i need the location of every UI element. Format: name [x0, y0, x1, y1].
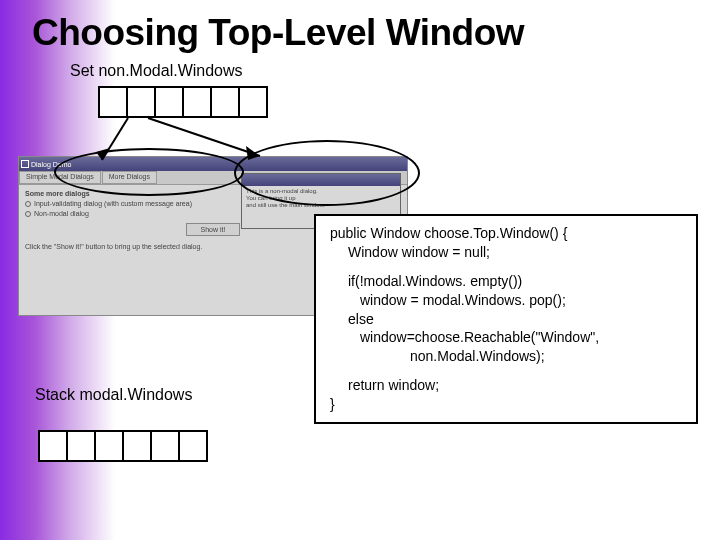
set-label: Set non.Modal.Windows [70, 62, 243, 80]
code-line: else [330, 310, 686, 329]
stack-cell [94, 430, 124, 462]
code-line: window = modal.Windows. pop(); [330, 291, 686, 310]
stack-cell [66, 430, 96, 462]
radio-icon [25, 201, 31, 207]
code-line: Window window = null; [330, 243, 686, 262]
radio-label-1: Input-validating dialog (with custom mes… [34, 199, 192, 208]
stack-label: Stack modal.Windows [35, 386, 192, 404]
code-line: return window; [330, 376, 686, 395]
stack-cell [150, 430, 180, 462]
code-line: if(!modal.Windows. empty()) [330, 272, 686, 291]
code-line: } [330, 395, 686, 414]
stack-boxes [38, 430, 208, 462]
slide-title: Choosing Top-Level Window [32, 12, 524, 54]
stack-cell [122, 430, 152, 462]
code-line: non.Modal.Windows); [330, 347, 686, 366]
radio-label-2: Non-modal dialog [34, 209, 89, 218]
code-line: window=choose.Reachable("Window", [330, 328, 686, 347]
radio-icon [25, 211, 31, 217]
stack-cell [178, 430, 208, 462]
window-icon [21, 160, 29, 168]
stack-cell [38, 430, 68, 462]
code-line: public Window choose.Top.Window() { [330, 224, 686, 243]
show-it-button: Show it! [186, 223, 241, 236]
ellipse-annotation [234, 140, 420, 206]
ellipse-annotation [54, 148, 244, 196]
code-snippet: public Window choose.Top.Window() { Wind… [314, 214, 698, 424]
